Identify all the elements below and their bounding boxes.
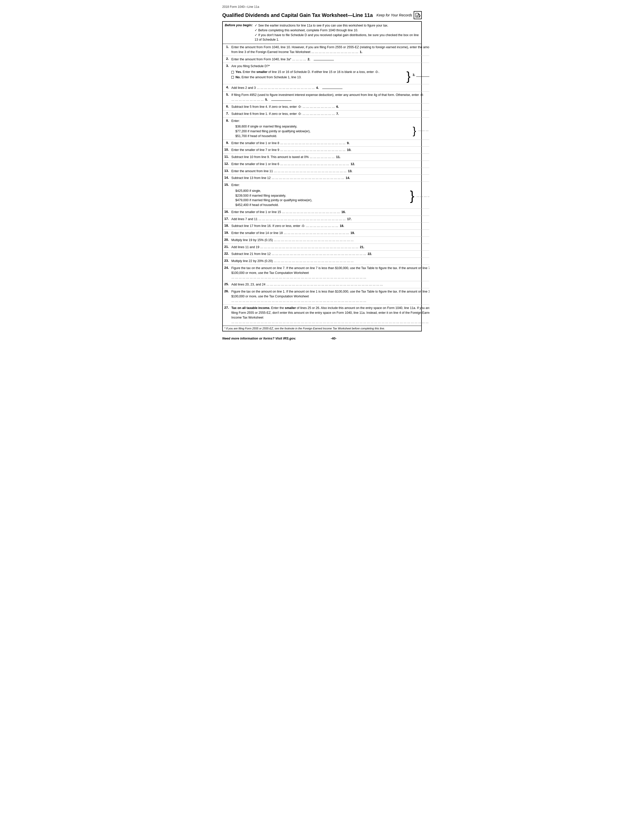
before-begin-section: Before you begin: ✓ See the earlier inst… (223, 22, 421, 44)
row-num: 20. (223, 236, 230, 244)
row-num: 7. (223, 110, 230, 117)
row-num: 14. (223, 175, 230, 182)
row-num: 13. (223, 167, 230, 175)
worksheet-container: Before you begin: ✓ See the earlier inst… (222, 21, 422, 331)
table-row: 24. Figure the tax on the amount on line… (223, 265, 429, 281)
table-row: 27. Tax on all taxable income. Enter the… (223, 305, 429, 326)
row-num: 3. (223, 63, 230, 84)
table-row: 16. Enter the smaller of line 1 or line … (223, 209, 429, 215)
row-desc: Tax on all taxable income. Enter the sma… (230, 305, 429, 326)
row-num: 23. (223, 258, 230, 265)
table-row: 14. Subtract line 13 from line 12 ………………… (223, 175, 429, 182)
row-desc: Enter the smaller of line 1 or line 15 …… (230, 209, 429, 215)
row-desc: Subtract line 5 from line 4. If zero or … (230, 103, 429, 111)
row-desc: Add lines 11 and 19 ……………………………………………………… (230, 244, 429, 251)
row-num: 8. (223, 117, 230, 140)
row-desc: Add lines 20, 23, and 24 ………………………………………… (230, 281, 429, 288)
row-desc: Are you filing Schedule D?* Yes. Enter t… (230, 63, 429, 84)
table-row: 18. Subtract line 17 from line 16. If ze… (223, 223, 429, 230)
row-desc: Enter the smaller of line 14 or line 18 … (230, 230, 429, 237)
table-row: 8. Enter: $38,600 if single or married f… (223, 117, 429, 140)
row-desc: Subtract line 10 from line 9. This amoun… (230, 154, 429, 161)
row-desc: Subtract line 6 from line 1. If zero or … (230, 110, 429, 117)
row-num: 18. (223, 223, 230, 230)
worksheet-table: 1. Enter the amount from Form 1040, line… (223, 44, 429, 326)
table-row: 25. Add lines 20, 23, and 24 ……………………………… (223, 281, 429, 288)
before-begin-label: Before you begin: (225, 23, 253, 42)
table-row: 13. Enter the amount from line 11 ………………… (223, 167, 429, 175)
row-num: 15. (223, 182, 230, 209)
before-begin-content: ✓ See the earlier instructions for line … (254, 23, 419, 42)
records-icon (414, 11, 422, 19)
row-num: 26. (223, 288, 230, 304)
row-num: 21. (223, 244, 230, 251)
row-desc: Enter the smaller of line 7 or line 9 ……… (230, 147, 429, 154)
footer-left: Need more information or forms? Visit IR… (222, 336, 296, 340)
table-row: 3. Are you filing Schedule D?* Yes. Ente… (223, 63, 429, 84)
footnote: * If you are filing Form 2555 or 2555-EZ… (223, 326, 421, 331)
table-row: 4. Add lines 2 and 3 ………………………………………… 4. (223, 84, 429, 92)
row-num: 4. (223, 84, 230, 92)
row-desc: Enter the smaller of line 1 or line 6 ……… (230, 161, 429, 167)
table-row: 23. Multiply line 22 by 20% (0.20) ……………… (223, 258, 429, 265)
row-num: 25. (223, 281, 230, 288)
keep-records-label: Keep for Your Records (377, 11, 422, 19)
row-num: 9. (223, 140, 230, 147)
row-desc: Enter: $38,600 if single or married fili… (230, 117, 429, 140)
row-num: 6. (223, 103, 230, 111)
table-row: 11. Subtract line 10 from line 9. This a… (223, 154, 429, 161)
row-desc: Enter: $425,800 if single, $239,500 if m… (230, 182, 429, 209)
row-desc: Enter the amount from Form 1040, line 10… (230, 44, 429, 56)
table-row: 22. Subtract line 21 from line 12 ………………… (223, 251, 429, 258)
table-row: 5. If filing Form 4952 (used to figure i… (223, 92, 429, 103)
row-desc: Enter the amount from line 11 …………………………… (230, 167, 429, 175)
row-num: 24. (223, 265, 230, 281)
row-num: 2. (223, 56, 230, 63)
page-header: 2018 Form 1040—Line 11a (222, 5, 422, 9)
table-row: 12. Enter the smaller of line 1 or line … (223, 161, 429, 167)
row-desc: Figure the tax on the amount on line 1. … (230, 288, 429, 304)
row-num: 12. (223, 161, 230, 167)
row-num: 22. (223, 251, 230, 258)
footer-page: -40- (331, 336, 336, 340)
row-desc: Figure the tax on the amount on line 7. … (230, 265, 429, 281)
row-desc: Subtract line 21 from line 12 …………………………… (230, 251, 429, 258)
table-row: 9. Enter the smaller of line 1 or line 8… (223, 140, 429, 147)
table-row: 2. Enter the amount from Form 1040, line… (223, 56, 429, 63)
row-num: 11. (223, 154, 230, 161)
table-row: 1. Enter the amount from Form 1040, line… (223, 44, 429, 56)
table-row: 26. Figure the tax on the amount on line… (223, 288, 429, 304)
row-desc: Multiply line 19 by 15% (0.15) ………………………… (230, 236, 429, 244)
table-row: 6. Subtract line 5 from line 4. If zero … (223, 103, 429, 111)
row-desc: Multiply line 22 by 20% (0.20) ………………………… (230, 258, 429, 265)
row-num: 1. (223, 44, 230, 56)
row-desc: Enter the amount from Form 1040, line 3a… (230, 56, 429, 63)
worksheet-title: Qualified Dividends and Capital Gain Tax… (222, 12, 373, 18)
table-row: 17. Add lines 7 and 11 ……………………………………………… (223, 215, 429, 223)
row-num: 5. (223, 92, 230, 103)
table-row: 7. Subtract line 6 from line 1. If zero … (223, 110, 429, 117)
table-row: 15. Enter: $425,800 if single, $239,500 … (223, 182, 429, 209)
row-num: 19. (223, 230, 230, 237)
row-num: 16. (223, 209, 230, 215)
table-row: 19. Enter the smaller of line 14 or line… (223, 230, 429, 237)
row-desc: If filing Form 4952 (used to figure inve… (230, 92, 429, 103)
row-desc: Subtract line 13 from line 12 …………………………… (230, 175, 429, 182)
row-desc: Enter the smaller of line 1 or line 8 ……… (230, 140, 429, 147)
table-row: 20. Multiply line 19 by 15% (0.15) ……………… (223, 236, 429, 244)
table-row: 21. Add lines 11 and 19 …………………………………………… (223, 244, 429, 251)
table-row: 10. Enter the smaller of line 7 or line … (223, 147, 429, 154)
row-desc: Add lines 2 and 3 ………………………………………… 4. (230, 84, 429, 92)
row-num: 27. (223, 305, 230, 326)
row-desc: Subtract line 17 from line 16. If zero o… (230, 223, 429, 230)
row-num: 17. (223, 215, 230, 223)
row-num: 10. (223, 147, 230, 154)
page-footer: Need more information or forms? Visit IR… (222, 336, 422, 340)
row-desc: Add lines 7 and 11 ………………………………………………………… (230, 215, 429, 223)
